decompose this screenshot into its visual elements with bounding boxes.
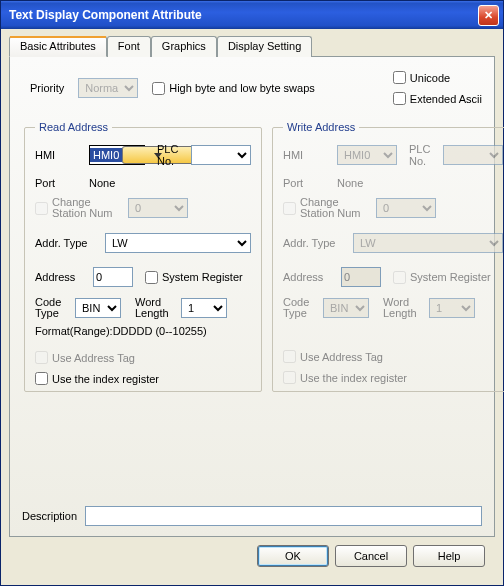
write-address-group: Write Address HMI HMI0 PLC No. Port None [272, 121, 504, 392]
read-plc-label: PLC No. [157, 143, 185, 167]
write-port-label: Port [283, 177, 331, 189]
read-system-register-checkbox[interactable]: System Register [145, 271, 243, 284]
unicode-checkbox[interactable]: Unicode [393, 71, 450, 84]
write-legend: Write Address [283, 121, 359, 133]
read-format-label: Format(Range):DDDDD (0--10255) [35, 325, 207, 337]
tab-panel-basic: Priority Normal High byte and low byte s… [9, 57, 495, 537]
write-change-station-select: 0 [376, 198, 436, 218]
write-change-station-checkbox: Change Station Num [283, 197, 370, 219]
write-use-addr-tag-checkbox: Use Address Tag [283, 350, 383, 363]
write-address-input [341, 267, 381, 287]
address-area: Read Address HMI HMI0 PLC No. Port None [22, 121, 482, 392]
read-use-index-reg-checkbox[interactable]: Use the index register [35, 372, 159, 385]
tab-font[interactable]: Font [107, 36, 151, 57]
extended-ascii-checkbox[interactable]: Extended Ascii [393, 92, 482, 105]
read-change-station-select: 0 [128, 198, 188, 218]
write-word-length-select: 1 [429, 298, 475, 318]
write-code-type-select: BIN [323, 298, 369, 318]
titlebar: Text Display Component Attribute ✕ [1, 1, 503, 29]
priority-row: Priority Normal High byte and low byte s… [22, 71, 482, 105]
cancel-button[interactable]: Cancel [335, 545, 407, 567]
read-legend: Read Address [35, 121, 112, 133]
read-addr-type-select[interactable]: LW [105, 233, 251, 253]
tabstrip: Basic Attributes Font Graphics Display S… [9, 35, 495, 57]
ok-button[interactable]: OK [257, 545, 329, 567]
write-system-register-checkbox: System Register [393, 271, 491, 284]
read-use-addr-tag-checkbox: Use Address Tag [35, 351, 135, 364]
write-address-label: Address [283, 271, 335, 283]
read-code-type-label: Code Type [35, 297, 69, 319]
read-port-label: Port [35, 177, 83, 189]
tab-display-setting[interactable]: Display Setting [217, 36, 312, 57]
right-options: Unicode Extended Ascii [393, 71, 482, 105]
write-port-value: None [337, 177, 363, 189]
read-port-value: None [89, 177, 115, 189]
extended-ascii-input[interactable] [393, 92, 406, 105]
swap-bytes-checkbox[interactable]: High byte and low byte swaps [152, 82, 315, 95]
write-code-type-label: Code Type [283, 297, 317, 319]
read-change-station-checkbox: Change Station Num [35, 197, 122, 219]
help-button[interactable]: Help [413, 545, 485, 567]
tab-graphics[interactable]: Graphics [151, 36, 217, 57]
write-plc-select [443, 145, 503, 165]
priority-select: Normal [78, 78, 138, 98]
read-address-group: Read Address HMI HMI0 PLC No. Port None [24, 121, 262, 392]
write-plc-label: PLC No. [409, 143, 437, 167]
client-area: Basic Attributes Font Graphics Display S… [1, 29, 503, 585]
tab-basic-attributes[interactable]: Basic Attributes [9, 36, 107, 57]
description-input[interactable] [85, 506, 482, 526]
unicode-input[interactable] [393, 71, 406, 84]
description-label: Description [22, 510, 77, 522]
close-icon: ✕ [484, 9, 493, 22]
write-addr-type-label: Addr. Type [283, 237, 347, 249]
read-hmi-select[interactable]: HMI0 [89, 145, 145, 165]
read-plc-select[interactable] [191, 145, 251, 165]
priority-label: Priority [30, 82, 64, 94]
read-hmi-label: HMI [35, 149, 83, 161]
dialog-window: Text Display Component Attribute ✕ Basic… [0, 0, 504, 586]
write-use-index-reg-checkbox: Use the index register [283, 371, 407, 384]
close-button[interactable]: ✕ [478, 5, 499, 26]
write-hmi-label: HMI [283, 149, 331, 161]
read-word-length-label: Word Length [135, 297, 175, 319]
window-title: Text Display Component Attribute [9, 8, 478, 22]
description-row: Description [22, 492, 482, 526]
read-word-length-select[interactable]: 1 [181, 298, 227, 318]
read-address-label: Address [35, 271, 87, 283]
write-hmi-select: HMI0 [337, 145, 397, 165]
write-addr-type-select: LW [353, 233, 503, 253]
read-address-input[interactable] [93, 267, 133, 287]
read-addr-type-label: Addr. Type [35, 237, 99, 249]
dialog-footer: OK Cancel Help [9, 537, 495, 577]
write-word-length-label: Word Length [383, 297, 423, 319]
read-code-type-select[interactable]: BIN [75, 298, 121, 318]
swap-bytes-input[interactable] [152, 82, 165, 95]
